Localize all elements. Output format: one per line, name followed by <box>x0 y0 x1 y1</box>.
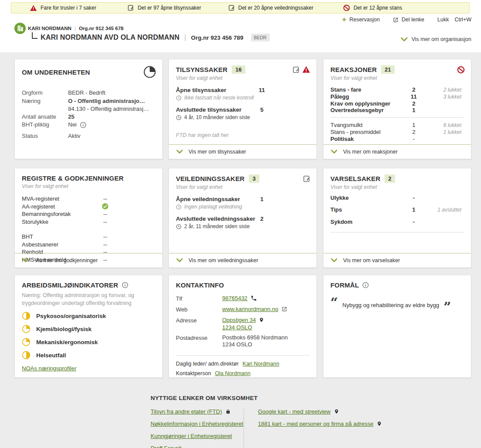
alert-threats[interactable]: Fare for trusler i 7 saker <box>30 5 96 11</box>
info-icon[interactable] <box>122 282 128 288</box>
address-city-link[interactable]: 1234 OSLO <box>222 324 252 331</box>
info-icon[interactable] <box>80 122 86 128</box>
row-value: 5 <box>255 106 268 113</box>
reaction-row: Tvangsmulkt16 lukket <box>323 122 471 129</box>
indicator-psykososialt[interactable]: Psykosos/organisatorisk <box>15 311 162 320</box>
field-label: BHT-pliktig <box>22 121 68 129</box>
unit-org-line: KARI NORDMANN AVD OLA NORDMANN | Org.nr … <box>41 34 270 41</box>
card-om-underenheten: OM UNDERENHETEN OrgformBEDR - Bedrift Næ… <box>14 59 163 159</box>
reaction-row: Politisak- <box>323 136 471 142</box>
register-row: AA-registeret <box>15 203 162 211</box>
alert-triangle-icon <box>30 5 37 11</box>
reaction-row: Krav om opplysninger2 <box>323 100 471 107</box>
parent-org-line[interactable]: KARI NORDMANN | Org.nr 912 345 678 <box>28 26 124 31</box>
link-enhetsregister-info[interactable]: Nøkkelinformasjon i Enhetsregisteret <box>151 421 244 427</box>
card-subtitle: Viser for valgt enhet <box>323 74 471 81</box>
pie-half-icon <box>22 311 31 320</box>
clock-icon <box>176 115 182 120</box>
chevron-down-icon <box>176 258 183 263</box>
row-value: 11 <box>255 87 268 93</box>
hierarchy-connector <box>32 32 38 39</box>
show-more-reaksjoner[interactable]: Vis mer om reaksjoner <box>323 144 471 159</box>
close-button[interactable]: Lukk Ctrl+W <box>437 17 471 23</box>
indicator-helseutfall[interactable]: Helseutfall <box>15 351 162 359</box>
field-label: Kontaktperson <box>176 370 211 376</box>
field-label: Tlf <box>176 295 222 302</box>
row-value: 2 <box>255 215 268 222</box>
indicator-kjemi[interactable]: Kjemi/biologi/fysisk <box>15 325 162 333</box>
website-link[interactable]: www.karinordmann.no <box>222 306 278 312</box>
stop-icon <box>343 4 350 11</box>
clock-icon <box>176 224 182 229</box>
alert-open-stans[interactable]: Det er 12 åpne stans <box>343 4 402 11</box>
link-kunngjoringer[interactable]: Kunngjøringer i Enhetsregisteret <box>151 433 244 439</box>
card-veiledningssaker: VEILEDNINGSSAKER 3 Viser for valgt enhet… <box>168 168 317 268</box>
field-value: BEDR - Bedrift <box>68 89 105 97</box>
close-shortcut: Ctrl+W <box>454 17 471 23</box>
pie-half-icon <box>22 351 31 359</box>
stop-icon <box>457 66 465 74</box>
field-label: Web <box>176 306 222 313</box>
address-link[interactable]: Oppstigen 34 <box>222 317 256 323</box>
divider <box>330 232 464 233</box>
noa-profiles-link[interactable]: NOAs næringsprofiler <box>22 365 76 372</box>
row-label: Åpne tilsynssaker <box>176 87 255 93</box>
unit-orgnr: Org.nr 923 456 789 <box>191 34 243 41</box>
reservation-button[interactable]: + Reservasjon <box>342 17 380 23</box>
share-link-button[interactable]: Del lenke <box>393 17 424 23</box>
alert-open-veiledning[interactable]: Det er 20 åpne veiledningssaker <box>228 4 313 11</box>
parent-org-name: KARI NORDMANN <box>28 26 72 31</box>
show-more-varselsaker[interactable]: Vis mer om varselsaker <box>323 253 471 267</box>
ftd-note: FTD har ingen tall her <box>169 132 316 138</box>
manager-link[interactable]: Kari Nordmann <box>243 361 279 367</box>
row-note: Ingen planlagt veiledning <box>184 204 242 210</box>
parent-orgnr: Org.nr 912 345 678 <box>79 26 124 31</box>
card-title: REAKSJONER <box>330 66 377 73</box>
page-title: KARI NORDMANN AVD OLA NORDMANN <box>41 34 179 41</box>
row-note: 4 år, 10 måneder siden siste <box>184 114 250 120</box>
header-actions: + Reservasjon Del lenke Lukk Ctrl+W <box>342 17 472 23</box>
show-more-organization[interactable]: Vis mer om organisasjon <box>401 36 471 42</box>
register-row: Storulykke-- <box>15 218 162 226</box>
row-label: Avsluttede tilsynssaker <box>176 106 255 113</box>
postal-address-line1: Postboks 6958 Nordmann <box>222 334 288 341</box>
card-title: REGISTRE & GODKJENNINGER <box>22 174 124 182</box>
phone-link[interactable]: 98765432 <box>222 295 247 301</box>
card-title: OM UNDERENHETEN <box>22 68 90 76</box>
naering-subcode: 84.130 - Offentlig administrasj… <box>68 105 149 113</box>
card-title: TILSYNSSAKER <box>176 66 227 73</box>
chevron-down-icon <box>176 150 183 154</box>
link-proff-forvalt[interactable]: Proff Forvalt <box>151 445 244 448</box>
indicator-mekanisk[interactable]: Mekanisk/ergonomisk <box>15 338 162 346</box>
chevron-down-icon <box>401 37 408 42</box>
link-ftd[interactable]: Tilsyn fra andre etater (FTD) <box>151 408 244 415</box>
section-title: NYTTIGE LENKER OM VIRKSOMHET <box>151 395 382 401</box>
link-google-maps[interactable]: Google kart - med streetview <box>258 408 382 415</box>
separator: | <box>184 34 186 41</box>
show-more-tilsynssaker[interactable]: Vis mer om tilsynssaker <box>169 144 316 159</box>
count-badge: 16 <box>232 65 245 74</box>
link-1881-maps[interactable]: 1881 kart - med personer og firma på adr… <box>258 421 382 427</box>
register-row: BHT-- <box>15 233 162 241</box>
field-value: 25 <box>68 113 74 121</box>
show-more-veiledningssaker[interactable]: Vis mer om veiledningssaker <box>169 253 316 267</box>
info-icon[interactable] <box>362 282 369 288</box>
card-tilsynssaker: TILSYNSSAKER 16 Viser for valgt enhet Åp… <box>168 59 317 159</box>
pie-chart-icon <box>143 65 156 79</box>
industry-description: Næring: Offentlig administrasjon og fors… <box>15 289 162 307</box>
show-more-godkjenninger[interactable]: Vis mer om godkjenninger <box>15 253 162 267</box>
alert-bar: Fare for trusler i 7 saker Det er 97 åpn… <box>11 2 470 14</box>
alert-open-tilsyn[interactable]: Det er 97 åpne tilsynssaker <box>127 4 201 11</box>
row-value: 1 <box>255 196 268 202</box>
chevron-down-icon <box>331 258 337 263</box>
card-subtitle: Viser for valgt enhet <box>169 74 316 81</box>
contact-person-link[interactable]: Ola Nordmann <box>215 370 251 376</box>
register-row: Asbestsanerer-- <box>15 241 162 249</box>
alert-triangle-icon <box>302 66 310 73</box>
postal-address-line2: 1234 OSLO <box>222 341 288 348</box>
field-label: Daglig leder/ adm.direktør <box>176 361 239 367</box>
card-subtitle: Viser for valgt enhet <box>15 182 162 189</box>
unit-type-badge: BEDR <box>251 34 270 41</box>
external-link-icon <box>282 306 287 312</box>
varsel-row: Sykdom- <box>323 218 471 226</box>
